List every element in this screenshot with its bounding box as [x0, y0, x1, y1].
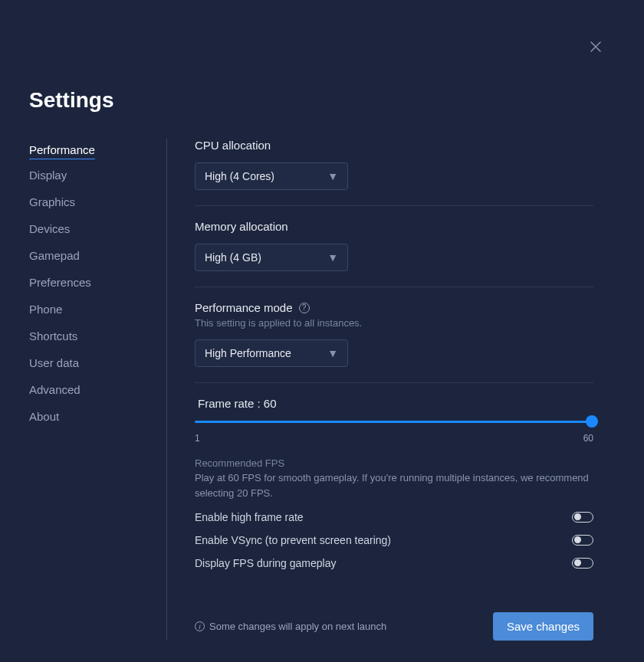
perfmode-label-text: Performance mode — [195, 301, 293, 314]
toggle-row-vsync: Enable VSync (to prevent screen tearing) — [195, 534, 593, 546]
perfmode-select[interactable]: High Performance ▼ — [195, 339, 348, 367]
sidebar-item-gamepad[interactable]: Gamepad — [29, 244, 80, 267]
save-changes-button[interactable]: Save changes — [493, 612, 593, 641]
sidebar-item-phone[interactable]: Phone — [29, 298, 62, 320]
page-title: Settings — [29, 88, 615, 113]
sidebar-item-display[interactable]: Display — [29, 164, 67, 186]
recommended-fps-title: Recommended FPS — [195, 457, 593, 469]
perfmode-label: Performance mode ? — [195, 301, 593, 314]
footer-note: i Some changes will apply on next launch — [195, 621, 386, 632]
vsync-toggle[interactable] — [572, 535, 593, 546]
vsync-label: Enable VSync (to prevent screen tearing) — [195, 534, 391, 546]
close-icon[interactable] — [589, 40, 603, 57]
memory-select[interactable]: High (4 GB) ▼ — [195, 244, 348, 271]
framerate-label-prefix: Frame rate : — [198, 397, 264, 410]
content: CPU allocation High (4 Cores) ▼ Memory a… — [167, 139, 615, 641]
framerate-max: 60 — [583, 433, 593, 444]
high-fps-label: Enable high frame rate — [195, 511, 304, 523]
sidebar-item-user-data[interactable]: User data — [29, 352, 79, 374]
framerate-value: 60 — [264, 397, 277, 410]
perfmode-hint: This setting is applied to all instances… — [195, 317, 593, 329]
framerate-min: 1 — [195, 433, 200, 444]
memory-label: Memory allocation — [195, 220, 593, 233]
cpu-label: CPU allocation — [195, 139, 593, 152]
section-memory: Memory allocation High (4 GB) ▼ — [195, 220, 593, 287]
section-cpu: CPU allocation High (4 Cores) ▼ — [195, 139, 593, 206]
help-icon[interactable]: ? — [299, 303, 310, 313]
toggle-row-high-fps: Enable high frame rate — [195, 511, 593, 523]
sidebar-item-shortcuts[interactable]: Shortcuts — [29, 325, 77, 347]
slider-thumb-icon[interactable] — [586, 415, 598, 428]
cpu-select-value: High (4 Cores) — [205, 170, 274, 182]
footer: i Some changes will apply on next launch… — [195, 612, 593, 641]
chevron-down-icon: ▼ — [327, 251, 338, 264]
memory-select-value: High (4 GB) — [205, 251, 261, 264]
sidebar-item-preferences[interactable]: Preferences — [29, 271, 91, 293]
sidebar-item-about[interactable]: About — [29, 405, 59, 428]
info-icon: i — [195, 621, 205, 631]
sidebar-item-performance[interactable]: Performance — [29, 139, 95, 159]
high-fps-toggle[interactable] — [572, 512, 593, 523]
cpu-select[interactable]: High (4 Cores) ▼ — [195, 162, 348, 190]
recommended-fps-desc: Play at 60 FPS for smooth gameplay. If y… — [195, 470, 593, 500]
framerate-slider[interactable] — [195, 416, 593, 428]
display-fps-label: Display FPS during gameplay — [195, 557, 336, 569]
display-fps-toggle[interactable] — [572, 558, 593, 569]
sidebar-item-graphics[interactable]: Graphics — [29, 191, 75, 213]
sidebar-item-advanced[interactable]: Advanced — [29, 379, 80, 401]
toggle-row-display-fps: Display FPS during gameplay — [195, 557, 593, 569]
chevron-down-icon: ▼ — [327, 347, 338, 359]
sidebar-item-devices[interactable]: Devices — [29, 218, 70, 240]
framerate-label: Frame rate : 60 — [195, 397, 593, 410]
chevron-down-icon: ▼ — [327, 170, 338, 182]
footer-note-text: Some changes will apply on next launch — [209, 621, 386, 632]
section-framerate: Frame rate : 60 1 60 Recommended FPS Pla… — [195, 397, 593, 585]
perfmode-select-value: High Performance — [205, 347, 291, 359]
sidebar: Performance Display Graphics Devices Gam… — [29, 139, 167, 641]
section-perfmode: Performance mode ? This setting is appli… — [195, 301, 593, 383]
